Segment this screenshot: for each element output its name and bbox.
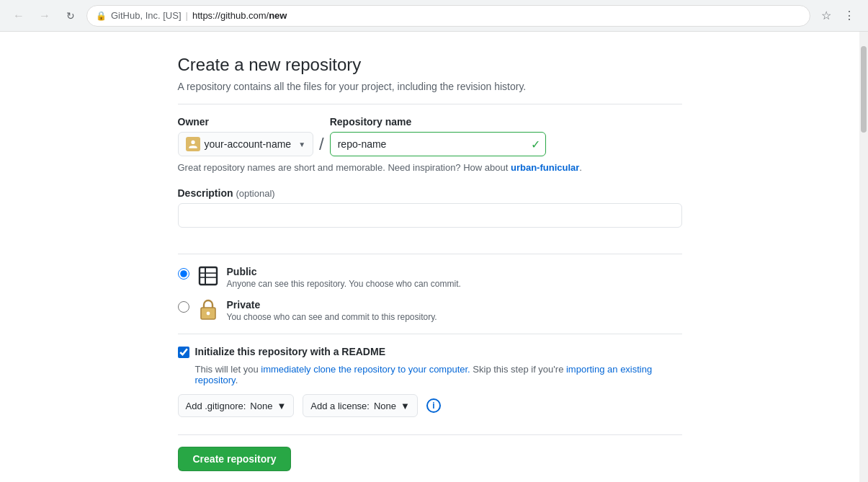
slash-separator: / — [319, 132, 324, 156]
browser-actions: ☆ ⋮ — [816, 6, 859, 26]
owner-label: Owner — [178, 116, 314, 128]
license-dropdown[interactable]: Add a license: None ▼ — [303, 394, 418, 417]
page-title: Create a new repository — [178, 55, 682, 75]
description-group: Description (optional) — [178, 187, 682, 242]
info-icon[interactable]: i — [426, 398, 441, 413]
security-lock-icon: 🔒 — [96, 11, 107, 21]
gitignore-value: None — [250, 401, 272, 411]
private-details: Private You choose who can see and commi… — [227, 299, 437, 322]
repo-name-group: Repository name ✓ — [330, 116, 546, 156]
url-display: https://github.com/new — [192, 10, 287, 21]
optional-tag: (optional) — [236, 188, 274, 199]
owner-name: your-account-name — [205, 138, 292, 150]
repo-name-hint: Great repository names are short and mem… — [178, 162, 682, 173]
refresh-button[interactable]: ↻ — [61, 6, 81, 26]
divider-bottom — [178, 434, 682, 435]
clone-link[interactable]: immediately clone the repository to your… — [261, 364, 470, 375]
readme-section: Initialize this repository with a README… — [178, 346, 682, 385]
repo-name-input[interactable] — [330, 132, 546, 156]
owner-dropdown-arrow: ▼ — [298, 140, 305, 148]
scrollbar[interactable] — [859, 32, 868, 482]
divider-middle — [178, 254, 682, 254]
svg-rect-0 — [200, 267, 217, 285]
valid-checkmark-icon: ✓ — [531, 138, 540, 151]
divider-top — [178, 104, 682, 104]
forward-button[interactable]: → — [35, 6, 55, 26]
back-button[interactable]: ← — [9, 6, 29, 26]
page-content: Create a new repository A repository con… — [0, 32, 859, 482]
license-value: None — [374, 401, 396, 411]
dropdowns-row: Add .gitignore: None ▼ Add a license: No… — [178, 394, 682, 417]
public-option: Public Anyone can see this repository. Y… — [178, 266, 682, 289]
private-desc: You choose who can see and commit to thi… — [227, 312, 437, 322]
private-title: Private — [227, 299, 437, 311]
license-arrow: ▼ — [401, 401, 410, 411]
menu-button[interactable]: ⋮ — [839, 6, 859, 26]
owner-repo-row: Owner your-account-name ▼ / Repository n… — [178, 116, 682, 156]
readme-desc: This will let you immediately clone the … — [178, 364, 682, 385]
description-label: Description (optional) — [178, 187, 682, 199]
public-details: Public Anyone can see this repository. Y… — [227, 266, 461, 289]
description-input[interactable] — [178, 203, 682, 228]
readme-label: Initialize this repository with a README — [195, 346, 385, 357]
scrollbar-thumb[interactable] — [861, 46, 867, 133]
private-radio[interactable] — [178, 301, 189, 313]
public-desc: Anyone can see this repository. You choo… — [227, 279, 461, 289]
page-wrapper: Create a new repository A repository con… — [0, 32, 868, 482]
owner-avatar — [186, 137, 200, 151]
create-repository-button[interactable]: Create repository — [178, 447, 292, 471]
public-title: Public — [227, 266, 461, 277]
site-info: GitHub, Inc. [US] — [111, 10, 182, 21]
gitignore-dropdown[interactable]: Add .gitignore: None ▼ — [178, 394, 295, 417]
repo-name-wrapper: ✓ — [330, 132, 546, 156]
star-button[interactable]: ☆ — [816, 6, 836, 26]
owner-select[interactable]: your-account-name ▼ — [178, 132, 314, 156]
readme-checkbox[interactable] — [178, 347, 189, 358]
browser-chrome: ← → ↻ 🔒 GitHub, Inc. [US] | https://gith… — [0, 0, 868, 32]
owner-group: Owner your-account-name ▼ — [178, 116, 314, 156]
gitignore-arrow: ▼ — [277, 401, 286, 411]
url-separator: | — [186, 10, 188, 21]
private-option: Private You choose who can see and commi… — [178, 299, 682, 322]
suggestion-link[interactable]: urban-funicular — [511, 162, 579, 173]
private-lock-icon — [197, 298, 220, 321]
gitignore-label: Add .gitignore: — [186, 401, 246, 411]
public-book-icon — [197, 264, 220, 287]
repo-name-label: Repository name — [330, 116, 546, 128]
address-bar[interactable]: 🔒 GitHub, Inc. [US] | https://github.com… — [86, 5, 810, 27]
svg-point-5 — [206, 312, 210, 316]
main-container: Create a new repository A repository con… — [164, 55, 697, 471]
license-label: Add a license: — [310, 401, 370, 411]
public-radio[interactable] — [178, 268, 189, 280]
page-subtitle: A repository contains all the files for … — [178, 81, 682, 92]
readme-option: Initialize this repository with a README — [178, 346, 682, 358]
divider-readme — [178, 334, 682, 334]
